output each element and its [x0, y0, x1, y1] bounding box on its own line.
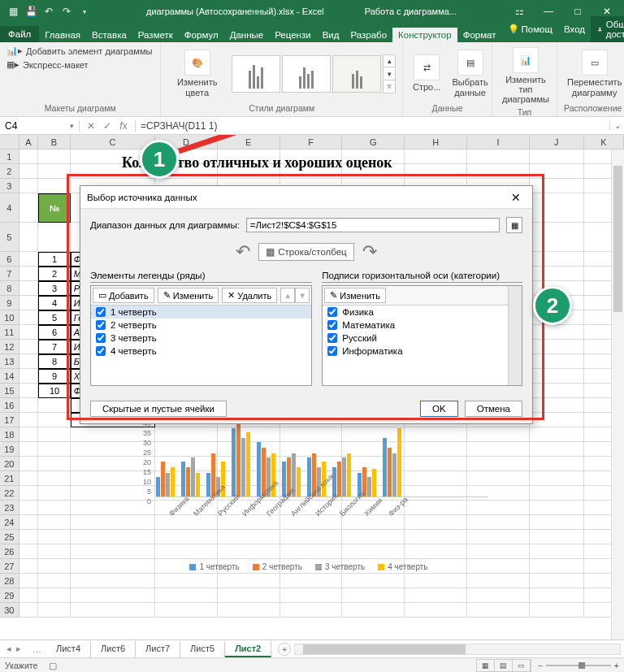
row-header[interactable]: 20: [0, 457, 20, 471]
tab-insert[interactable]: Вставка: [86, 28, 132, 42]
cell[interactable]: [38, 559, 70, 574]
cell[interactable]: [20, 340, 39, 354]
cell[interactable]: [405, 150, 467, 164]
cell[interactable]: [530, 369, 584, 384]
row-header[interactable]: 4: [0, 193, 20, 223]
tab-format[interactable]: Формат: [457, 28, 502, 42]
cell[interactable]: [20, 442, 39, 457]
cell[interactable]: [20, 193, 39, 223]
sheet-tab[interactable]: Лист4: [46, 641, 91, 657]
categories-listbox[interactable]: Физика Математика Русский Информатика: [323, 306, 522, 385]
cell[interactable]: [155, 603, 218, 618]
cell[interactable]: [20, 310, 39, 325]
cell[interactable]: [38, 501, 70, 515]
cell[interactable]: [38, 442, 70, 457]
cell[interactable]: 10: [38, 384, 70, 398]
cell[interactable]: [20, 486, 39, 501]
cell[interactable]: [38, 486, 70, 501]
col-header[interactable]: I: [467, 135, 530, 150]
horizontal-scrollbar[interactable]: [294, 644, 621, 655]
cell[interactable]: [20, 515, 39, 530]
normal-view-icon[interactable]: ▦: [477, 660, 495, 671]
cell[interactable]: №: [38, 193, 70, 223]
cell[interactable]: [280, 603, 343, 618]
sheet-nav-next-icon[interactable]: ▸: [16, 644, 21, 654]
sheet-tab[interactable]: Лист6: [91, 641, 136, 657]
cell[interactable]: [38, 515, 70, 530]
cell[interactable]: [467, 150, 530, 164]
cell[interactable]: [71, 603, 155, 618]
name-box[interactable]: C4▾: [0, 120, 80, 132]
cell[interactable]: [20, 369, 39, 384]
cell[interactable]: [530, 398, 584, 413]
cell[interactable]: [530, 150, 584, 164]
cell[interactable]: 4: [38, 296, 70, 310]
cell[interactable]: [38, 471, 70, 486]
fx-icon[interactable]: fx: [117, 120, 130, 132]
row-header[interactable]: 21: [0, 471, 20, 486]
tab-layout[interactable]: Разметк: [132, 28, 179, 42]
zoom-slider[interactable]: [546, 665, 611, 666]
cell[interactable]: [530, 223, 584, 252]
row-header[interactable]: 27: [0, 559, 20, 574]
cell[interactable]: [530, 384, 584, 398]
cell[interactable]: [20, 281, 39, 296]
row-header[interactable]: 29: [0, 588, 20, 603]
tab-review[interactable]: Рецензи: [269, 28, 316, 42]
cell[interactable]: [20, 150, 39, 164]
cell[interactable]: 9: [38, 369, 70, 384]
sheet-tab[interactable]: Лист2: [225, 641, 271, 657]
expand-formula-bar-icon[interactable]: ⌄: [609, 121, 624, 130]
cell[interactable]: [20, 574, 39, 588]
cell[interactable]: [20, 164, 39, 179]
redo-icon[interactable]: ↷: [60, 5, 73, 18]
edit-categories-button[interactable]: ✎ Изменить: [324, 288, 386, 303]
cell[interactable]: [530, 603, 584, 618]
cell[interactable]: [530, 267, 584, 281]
cell[interactable]: [20, 384, 39, 398]
share-button[interactable]: Общий доступ: [591, 16, 624, 42]
cell[interactable]: [530, 559, 584, 574]
cell[interactable]: [530, 252, 584, 267]
row-header[interactable]: 1: [0, 150, 20, 164]
switch-row-column-button[interactable]: ⇄ Стро...: [410, 53, 444, 93]
cell[interactable]: 3: [38, 281, 70, 296]
cell[interactable]: [38, 588, 70, 603]
cell[interactable]: 7: [38, 340, 70, 354]
tab-data[interactable]: Данные: [224, 28, 270, 42]
embedded-chart[interactable]: 4035302520151050 ФизикаМатематикаРусский…: [130, 419, 488, 594]
sheet-tab[interactable]: Лист7: [136, 641, 180, 657]
cell[interactable]: [38, 457, 70, 471]
cell[interactable]: 2: [38, 267, 70, 281]
accept-formula-icon[interactable]: ✓: [101, 120, 114, 132]
cell[interactable]: 6: [38, 325, 70, 340]
cell[interactable]: [38, 398, 70, 413]
col-header[interactable]: F: [280, 135, 343, 150]
col-header[interactable]: J: [530, 135, 584, 150]
cell[interactable]: [38, 603, 70, 618]
col-header[interactable]: H: [405, 135, 467, 150]
cell[interactable]: [530, 325, 584, 340]
row-header[interactable]: 25: [0, 530, 20, 544]
cell[interactable]: [20, 603, 39, 618]
add-chart-element-button[interactable]: 📊▸ Добавить элемент диаграммы: [6, 46, 152, 56]
select-data-button[interactable]: ▤ Выбрать данные: [448, 48, 491, 98]
login[interactable]: Вход: [558, 22, 591, 37]
row-header[interactable]: 10: [0, 310, 20, 325]
cell[interactable]: [20, 325, 39, 340]
cell[interactable]: [20, 398, 39, 413]
change-colors-button[interactable]: 🎨 Изменить цвета: [167, 48, 227, 98]
row-header[interactable]: 17: [0, 413, 20, 427]
cell[interactable]: 8: [38, 354, 70, 369]
formula-input[interactable]: =СРЗНАЧ(D11 1): [136, 120, 609, 132]
col-header[interactable]: G: [342, 135, 405, 150]
add-series-button[interactable]: ▭ Добавить: [93, 288, 154, 303]
row-header[interactable]: 11: [0, 325, 20, 340]
col-header[interactable]: E: [218, 135, 280, 150]
cell[interactable]: [530, 544, 584, 559]
edit-series-button[interactable]: ✎ Изменить: [158, 288, 219, 303]
qat-dropdown-icon[interactable]: ▾: [78, 5, 91, 18]
cell[interactable]: [530, 340, 584, 354]
cell[interactable]: [20, 588, 39, 603]
select-all-corner[interactable]: [0, 135, 20, 150]
